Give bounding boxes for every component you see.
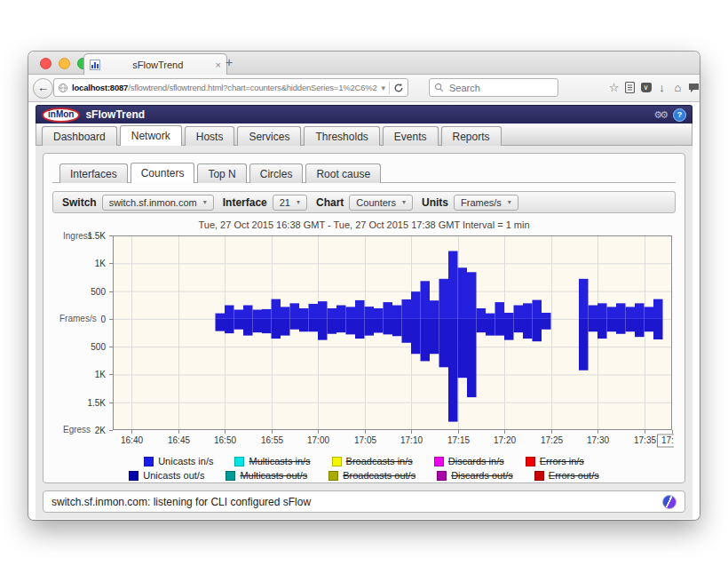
bar-egress: [607, 319, 617, 331]
bar-egress: [635, 319, 645, 337]
home-icon[interactable]: ⌂: [671, 78, 684, 97]
legend-item[interactable]: Discards out/s: [437, 470, 513, 481]
legend-item[interactable]: Unicasts in/s: [144, 456, 213, 466]
bar-ingress: [430, 300, 439, 319]
bar-ingress: [645, 307, 654, 318]
tab-reports[interactable]: Reports: [441, 126, 502, 146]
bar-ingress: [234, 310, 244, 319]
chart-toolbar: Switch switch.sf.inmon.com ▾ Interface 2…: [52, 191, 676, 213]
search-bar[interactable]: [429, 78, 558, 97]
subtab-counters[interactable]: Counters: [131, 163, 195, 183]
legend-item[interactable]: Multicasts out/s: [226, 470, 307, 481]
bar-egress: [477, 319, 487, 332]
svg-text:1K: 1K: [95, 370, 107, 379]
sflowtrend-favicon-icon: [90, 60, 100, 70]
legend-swatch: [332, 457, 342, 466]
tab-services[interactable]: Services: [237, 126, 301, 146]
subtab-interfaces[interactable]: Interfaces: [59, 163, 128, 183]
tab-dashboard[interactable]: Dashboard: [42, 126, 117, 146]
legend-item[interactable]: Broadcasts out/s: [328, 470, 415, 481]
close-window-button[interactable]: [40, 58, 51, 69]
bar-egress: [318, 319, 328, 340]
forum-bubble-icon[interactable]: [687, 78, 700, 97]
bar-egress: [253, 319, 263, 332]
bar-ingress: [421, 281, 431, 319]
url-bar[interactable]: localhost:8087/sflowtrend/sflowtrend.htm…: [53, 78, 408, 97]
subtab-topn[interactable]: Top N: [197, 163, 246, 183]
network-panel: Interfaces Counters Top N Circles Root c…: [43, 153, 685, 483]
units-value: Frames/s: [461, 197, 502, 208]
status-text: switch.sf.inmon.com: listening for CLI c…: [51, 496, 311, 508]
app-title: sFlowTrend: [85, 108, 653, 121]
legend-item[interactable]: Errors in/s: [526, 456, 584, 466]
svg-text:Frames/s: Frames/s: [59, 314, 97, 323]
legend-swatch: [328, 471, 338, 481]
legend-label: Errors in/s: [540, 456, 584, 466]
bar-ingress: [402, 299, 412, 319]
bar-ingress: [579, 279, 589, 319]
settings-gears-icon[interactable]: ⚙⚙: [653, 109, 666, 121]
chevron-down-icon: ▾: [297, 198, 300, 206]
status-bar: switch.sf.inmon.com: listening for CLI c…: [43, 490, 685, 513]
switch-value: switch.sf.inmon.com: [109, 197, 197, 208]
tab-hosts[interactable]: Hosts: [185, 126, 235, 146]
tab-thresholds[interactable]: Thresholds: [304, 126, 379, 146]
bar-egress: [216, 319, 226, 331]
download-icon[interactable]: ↓: [655, 78, 669, 97]
legend-item[interactable]: Errors out/s: [534, 470, 599, 481]
minimize-window-button[interactable]: [59, 58, 70, 69]
tab-network[interactable]: Network: [120, 125, 182, 146]
subtab-rootcause[interactable]: Root cause: [305, 163, 381, 183]
legend-label: Unicasts out/s: [143, 470, 204, 481]
back-button[interactable]: ←: [33, 78, 53, 99]
legend-item[interactable]: Broadcasts in/s: [332, 456, 413, 466]
svg-text:500: 500: [91, 342, 106, 352]
bar-ingress: [243, 306, 253, 319]
legend-item[interactable]: Unicasts out/s: [129, 470, 204, 481]
svg-text:17:30: 17:30: [587, 435, 609, 445]
bar-ingress: [626, 307, 636, 318]
legend-swatch: [534, 471, 544, 481]
reading-list-icon[interactable]: [623, 78, 637, 97]
search-input[interactable]: [447, 82, 553, 94]
reload-icon[interactable]: [393, 83, 404, 93]
legend-row: Unicasts out/sMulticasts out/sBroadcasts…: [52, 468, 676, 482]
bar-ingress: [589, 306, 598, 319]
legend-label: Multicasts out/s: [240, 470, 307, 481]
bar-egress: [467, 319, 477, 397]
pocket-icon[interactable]: ∨: [639, 78, 653, 97]
svg-text:16:40: 16:40: [121, 435, 143, 445]
interface-select[interactable]: 21 ▾: [273, 195, 307, 211]
new-tab-button[interactable]: +: [226, 55, 233, 69]
browser-tab[interactable]: sFlowTrend ×: [83, 53, 227, 75]
legend-item[interactable]: Discards in/s: [434, 456, 504, 466]
bar-ingress: [392, 306, 402, 319]
subtab-circles[interactable]: Circles: [249, 163, 304, 183]
svg-text:1.5K: 1.5K: [87, 398, 106, 408]
bar-ingress: [216, 314, 226, 319]
bar-ingress: [467, 272, 477, 319]
switch-select[interactable]: switch.sf.inmon.com ▾: [102, 195, 214, 211]
counters-chart: 1.5K1K50005001K1.5K2K16:4016:4516:5016:5…: [52, 232, 674, 450]
bookmark-star-icon[interactable]: ☆: [607, 78, 621, 97]
units-label: Units: [422, 196, 448, 209]
interface-value: 21: [280, 197, 290, 208]
bar-egress: [589, 319, 598, 331]
units-select[interactable]: Frames/s ▾: [454, 195, 518, 211]
tab-events[interactable]: Events: [383, 126, 439, 146]
svg-text:16:55: 16:55: [261, 435, 283, 445]
browser-window: sFlowTrend × + ← localhost:8087/sflowtre…: [28, 52, 700, 520]
bar-ingress: [523, 303, 533, 319]
chevron-down-icon: ▾: [508, 198, 511, 206]
url-dropdown-icon[interactable]: ▾: [381, 84, 385, 92]
svg-text:17:05: 17:05: [354, 435, 376, 445]
bar-egress: [299, 319, 309, 331]
sflowtrend-app: inMon sFlowTrend ⚙⚙ ? Dashboard Network …: [36, 105, 692, 519]
help-icon[interactable]: ?: [673, 108, 686, 122]
legend-swatch: [526, 457, 535, 466]
legend-item[interactable]: Multicasts in/s: [234, 456, 310, 466]
tab-close-icon[interactable]: ×: [216, 60, 221, 70]
bar-egress: [402, 319, 412, 343]
bar-ingress: [365, 307, 375, 319]
chart-select[interactable]: Counters ▾: [349, 195, 413, 211]
